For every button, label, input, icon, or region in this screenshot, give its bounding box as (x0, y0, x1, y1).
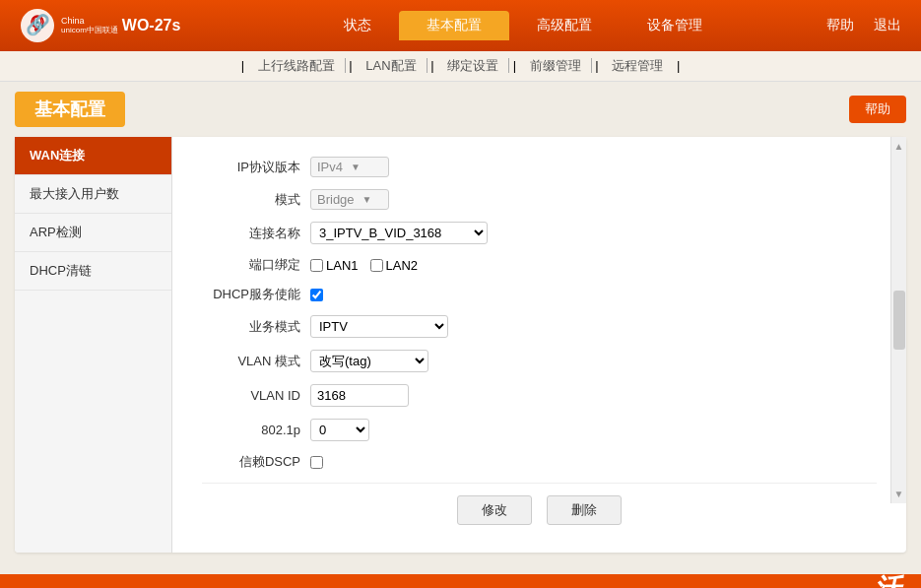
nav-logout[interactable]: 退出 (874, 17, 901, 34)
footer: ●网上营业厅www.10010.com ●网关厂商服务电话:800-830111… (0, 574, 921, 588)
nav-tab-status[interactable]: 状态 (316, 11, 399, 40)
connection-name-label: 连接名称 (202, 225, 300, 242)
service-mode-select[interactable]: IPTV (310, 315, 448, 338)
page-body: 基本配置 帮助 WAN连接 最大接入用户数 ARP检测 DHCP清链 IP协议版… (0, 82, 921, 574)
subnav: | 上行线路配置 | LAN配置 | 绑定设置 | 前缀管理 | 远程管理 | (0, 51, 921, 82)
port-bind-checkboxes: LAN1 LAN2 (310, 258, 418, 273)
lan1-checkbox-label[interactable]: LAN1 (310, 258, 359, 273)
mode-row: 模式 Bridge ▼ (202, 189, 877, 210)
mode-arrow-icon: ▼ (362, 194, 372, 205)
lan1-checkbox[interactable] (310, 259, 323, 272)
sidebar: WAN连接 最大接入用户数 ARP检测 DHCP清链 (15, 137, 172, 553)
wo-logo: 沃 (874, 575, 901, 589)
nav-tab-device-mgmt[interactable]: 设备管理 (620, 11, 730, 40)
vlan-id-label: VLAN ID (202, 388, 300, 403)
dscp-label: 信赖DSCP (202, 453, 300, 471)
vlan-id-input[interactable] (310, 384, 409, 407)
main-form: IP协议版本 IPv4 ▼ 模式 Bridge ▼ 连接名称 3_IPTV_B_… (172, 137, 906, 553)
lan2-checkbox-label[interactable]: LAN2 (370, 258, 419, 273)
nav-tab-basic-config[interactable]: 基本配置 (399, 11, 509, 40)
dscp-checkbox[interactable] (310, 456, 323, 469)
vlan-mode-select[interactable]: 改写(tag) (310, 350, 428, 372)
content-area: WAN连接 最大接入用户数 ARP检测 DHCP清链 IP协议版本 IPv4 ▼… (15, 137, 906, 553)
ip-version-label: IP协议版本 (202, 159, 300, 176)
nav-help[interactable]: 帮助 (826, 17, 854, 34)
connection-name-select[interactable]: 3_IPTV_B_VID_3168 (310, 222, 488, 244)
ip-version-select[interactable]: IPv4 ▼ (310, 157, 389, 177)
bottom-buttons: 修改 删除 (202, 483, 877, 533)
vlan-mode-label: VLAN 模式 (202, 353, 300, 370)
subnav-prefix[interactable]: 前缀管理 (520, 58, 592, 73)
subnav-lan[interactable]: LAN配置 (356, 58, 427, 73)
connection-name-row: 连接名称 3_IPTV_B_VID_3168 (202, 222, 877, 244)
scroll-down-icon[interactable]: ▼ (890, 485, 906, 503)
device-name: WO-27s (122, 17, 181, 34)
page-title: 基本配置 (15, 92, 125, 127)
port-bind-row: 端口绑定 LAN1 LAN2 (202, 256, 877, 274)
scrollbar[interactable]: ▲ ▼ (890, 137, 906, 503)
subnav-remote[interactable]: 远程管理 (602, 58, 673, 73)
sidebar-item-dhcp-clear[interactable]: DHCP清链 (15, 252, 171, 291)
service-mode-row: 业务模式 IPTV (202, 315, 877, 338)
vlan-mode-row: VLAN 模式 改写(tag) (202, 350, 877, 372)
delete-button[interactable]: 删除 (547, 495, 622, 525)
section-header: 基本配置 帮助 (15, 92, 906, 127)
nav-right: 帮助 退出 (826, 17, 901, 34)
dot1p-row: 802.1p 0 (202, 419, 877, 441)
header: 🔗 China unicom中国联通 WO-27s 状态 基本配置 高级配置 设… (0, 0, 921, 51)
dot1p-label: 802.1p (202, 423, 300, 437)
unicom-logo-icon: 🔗 (20, 8, 55, 43)
sidebar-item-arp[interactable]: ARP检测 (15, 214, 171, 252)
subnav-bind[interactable]: 绑定设置 (437, 58, 509, 73)
mode-select[interactable]: Bridge ▼ (310, 189, 389, 210)
scroll-thumb[interactable] (893, 291, 905, 350)
footer-logo: 沃 精彩 在 沃 (856, 575, 901, 589)
port-bind-label: 端口绑定 (202, 256, 300, 274)
dhcp-enable-row: DHCP服务使能 (202, 286, 877, 303)
mode-label: 模式 (202, 191, 300, 209)
service-mode-label: 业务模式 (202, 318, 300, 336)
dot1p-select[interactable]: 0 (310, 419, 369, 441)
main-nav: 状态 基本配置 高级配置 设备管理 (220, 11, 826, 40)
lan2-checkbox[interactable] (370, 259, 383, 272)
dhcp-enable-label: DHCP服务使能 (202, 286, 300, 303)
dscp-row: 信赖DSCP (202, 453, 877, 471)
vlan-id-row: VLAN ID (202, 384, 877, 407)
modify-button[interactable]: 修改 (457, 495, 532, 525)
subnav-uplink[interactable]: 上行线路配置 (248, 58, 346, 73)
logo-area: 🔗 China unicom中国联通 WO-27s (20, 8, 180, 43)
dhcp-enable-checkbox[interactable] (310, 289, 323, 301)
ip-version-row: IP协议版本 IPv4 ▼ (202, 157, 877, 177)
svg-text:🔗: 🔗 (26, 13, 50, 36)
help-button[interactable]: 帮助 (849, 96, 906, 123)
scroll-up-icon[interactable]: ▲ (890, 137, 906, 156)
nav-tab-advanced-config[interactable]: 高级配置 (509, 11, 620, 40)
sidebar-item-wan[interactable]: WAN连接 (15, 137, 171, 175)
sidebar-item-maxusers[interactable]: 最大接入用户数 (15, 175, 171, 214)
ip-version-arrow-icon: ▼ (351, 162, 361, 172)
